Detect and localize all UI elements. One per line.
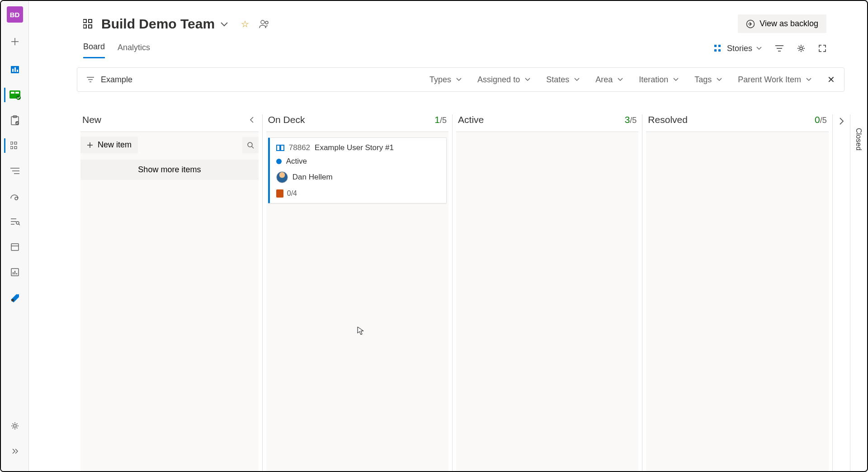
- filter-toggle-icon[interactable]: [775, 45, 784, 52]
- svg-rect-32: [83, 19, 86, 23]
- filter-icon: [86, 76, 94, 83]
- team-members-icon[interactable]: [259, 19, 270, 28]
- svg-rect-42: [718, 49, 721, 52]
- column-resolved-count: 0/5: [815, 114, 827, 125]
- queries-icon[interactable]: [4, 211, 26, 232]
- svg-line-23: [19, 224, 20, 225]
- filter-types[interactable]: Types: [425, 75, 467, 85]
- svg-rect-11: [10, 142, 13, 144]
- svg-point-18: [15, 197, 18, 200]
- filter-tags[interactable]: Tags: [690, 75, 727, 85]
- work-item-id: 78862: [289, 143, 310, 152]
- column-new: New New item: [77, 114, 263, 471]
- new-item-button[interactable]: New item: [80, 137, 138, 153]
- column-closed-title: Closed: [854, 128, 863, 151]
- column-closed-collapsed[interactable]: Closed: [850, 114, 867, 471]
- svg-rect-1: [12, 69, 14, 72]
- svg-rect-12: [10, 146, 13, 149]
- board-settings-icon[interactable]: [797, 44, 806, 53]
- assignee-avatar: [276, 171, 288, 183]
- board-glyph-icon: [83, 19, 95, 29]
- svg-rect-28: [14, 271, 15, 274]
- state-dot-icon: [276, 159, 282, 164]
- new-item-label: New item: [98, 140, 132, 150]
- view-as-backlog-label: View as backlog: [760, 19, 818, 28]
- kanban-board: New New item: [77, 114, 867, 471]
- search-icon: [247, 142, 254, 149]
- column-resolved-title: Resolved: [648, 114, 688, 125]
- chevron-down-icon: [756, 46, 762, 51]
- overview-icon[interactable]: [4, 59, 26, 80]
- assignee-name: Dan Hellem: [292, 173, 333, 182]
- filter-parent-work-item[interactable]: Parent Work Item: [733, 75, 816, 85]
- column-active-count: 3/5: [625, 114, 637, 125]
- page-header: Build Demo Team ☆ View as backlog: [29, 1, 867, 33]
- svg-rect-29: [16, 273, 17, 274]
- plans-icon[interactable]: [4, 236, 26, 258]
- backlog-level-selector[interactable]: Stories: [714, 44, 762, 53]
- svg-rect-6: [15, 92, 19, 94]
- svg-rect-13: [14, 142, 17, 144]
- favorite-star-icon[interactable]: ☆: [241, 19, 249, 29]
- filter-bar: Example Types Assigned to States Area It…: [77, 67, 844, 92]
- column-on-deck-count: 1/5: [434, 114, 447, 125]
- arrow-right-circle-icon: [746, 19, 755, 28]
- svg-point-31: [14, 425, 16, 427]
- filter-assigned-to[interactable]: Assigned to: [473, 75, 535, 85]
- svg-rect-27: [13, 272, 14, 274]
- left-sidebar: BD: [1, 1, 29, 471]
- fullscreen-icon[interactable]: [818, 44, 826, 52]
- column-new-title: New: [82, 114, 101, 125]
- close-filter-icon[interactable]: ✕: [827, 74, 835, 85]
- plus-icon: [87, 142, 93, 148]
- svg-rect-3: [17, 70, 18, 72]
- column-resolved: Resolved 0/5: [642, 114, 832, 471]
- svg-point-10: [15, 121, 19, 125]
- column-active: Active 3/5: [453, 114, 642, 471]
- svg-line-51: [252, 146, 254, 148]
- stories-icon: [714, 44, 723, 52]
- boards-icon[interactable]: [4, 84, 26, 106]
- tasks-count: 0/4: [287, 189, 297, 198]
- filter-keyword[interactable]: Example: [101, 75, 132, 85]
- work-item-card[interactable]: 78862 Example User Story #1 Active Dan H…: [268, 137, 447, 203]
- scroll-right-button[interactable]: [833, 114, 850, 471]
- expand-sidebar-icon[interactable]: [4, 440, 26, 462]
- svg-rect-40: [714, 49, 717, 52]
- tab-board[interactable]: Board: [83, 42, 105, 58]
- user-story-icon: [276, 144, 284, 151]
- filter-iteration[interactable]: Iteration: [634, 75, 684, 85]
- svg-point-50: [248, 142, 252, 147]
- add-icon[interactable]: [4, 31, 26, 52]
- show-more-button[interactable]: Show more items: [80, 160, 259, 180]
- svg-rect-14: [14, 146, 17, 149]
- svg-point-37: [265, 21, 268, 24]
- filter-area[interactable]: Area: [591, 75, 628, 85]
- work-item-title: Example User Story #1: [315, 143, 394, 152]
- filter-states[interactable]: States: [542, 75, 585, 85]
- pipelines-icon[interactable]: [4, 287, 26, 308]
- work-item-state: Active: [286, 157, 307, 166]
- sprints-icon[interactable]: [4, 185, 26, 207]
- svg-rect-41: [718, 45, 721, 47]
- backlogs-icon[interactable]: [4, 160, 26, 182]
- main-content: Build Demo Team ☆ View as backlog Board …: [29, 1, 867, 471]
- team-dropdown-icon[interactable]: [220, 21, 228, 27]
- collapse-new-icon[interactable]: [247, 116, 257, 123]
- column-on-deck-title: On Deck: [268, 114, 305, 125]
- column-active-title: Active: [458, 114, 484, 125]
- settings-icon[interactable]: [4, 415, 26, 437]
- svg-rect-33: [83, 25, 86, 28]
- stories-label: Stories: [727, 44, 752, 53]
- search-items-button[interactable]: [242, 137, 259, 153]
- column-on-deck: On Deck 1/5 78862 Example User Story #1: [263, 114, 453, 471]
- work-items-icon[interactable]: [4, 109, 26, 131]
- tab-analytics[interactable]: Analytics: [118, 43, 150, 58]
- tasks-icon: [276, 189, 283, 198]
- project-avatar[interactable]: BD: [7, 6, 23, 23]
- svg-rect-34: [89, 19, 92, 23]
- svg-point-30: [11, 299, 14, 302]
- boards-sub-icon[interactable]: [4, 135, 26, 156]
- view-as-backlog-button[interactable]: View as backlog: [738, 14, 826, 33]
- analytics-views-icon[interactable]: [4, 261, 26, 283]
